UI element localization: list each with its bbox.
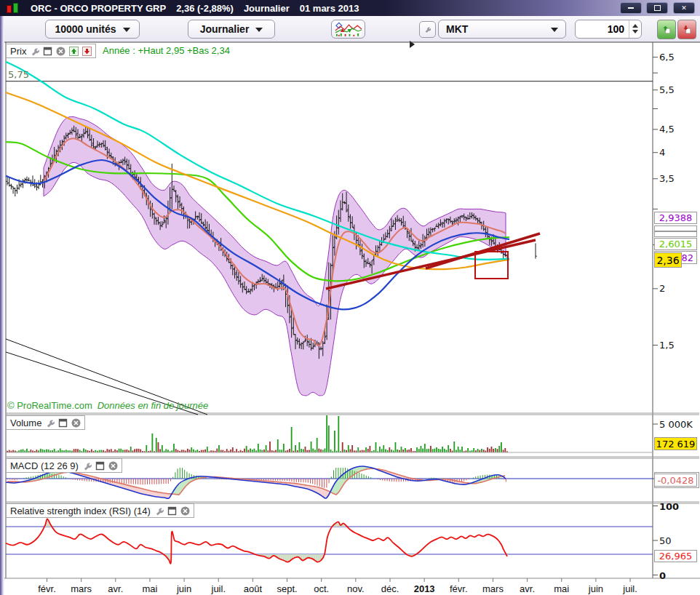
upper-band-price-tag: 2,9388	[654, 212, 697, 224]
data-delay-note: Données en fin de journée	[98, 400, 209, 411]
price-axis-label: 6,5	[659, 52, 675, 63]
restore-window-icon[interactable]	[167, 506, 177, 516]
price-panel-label: Prix	[10, 46, 26, 57]
price-axis-label: 3,5	[659, 173, 675, 184]
last-volume-tag: 172 619	[654, 437, 697, 450]
price-panel-header[interactable]: Prix	[6, 44, 96, 58]
rsi-panel-label: Relative strength index (RSI) (14)	[10, 506, 151, 516]
price-axis-label: 1,5	[659, 340, 675, 351]
rsi-axis-0: 0	[659, 570, 666, 581]
price-axis-label: 5,5	[659, 84, 675, 95]
wrench-icon[interactable]	[82, 461, 92, 471]
green-ma-price-tag: 2,6015	[654, 238, 697, 250]
rsi-panel-header[interactable]: Relative strength index (RSI) (14)	[6, 503, 194, 518]
move-panel-down-icon[interactable]	[82, 47, 92, 56]
price-axis-label: 4,5	[659, 124, 675, 135]
price-axis-label: 4	[659, 147, 665, 158]
volume-panel-label: Volume	[10, 418, 41, 428]
restore-window-icon[interactable]	[58, 418, 68, 428]
close-panel-icon[interactable]	[108, 461, 118, 471]
wrench-icon[interactable]	[30, 47, 39, 56]
close-panel-icon[interactable]	[71, 418, 81, 428]
copyright-note: © ProRealTime.comDonnées en fin de journ…	[7, 400, 208, 411]
hline-price-label: 5,75	[8, 69, 29, 80]
restore-window-icon[interactable]	[95, 461, 105, 471]
close-panel-icon[interactable]	[56, 47, 65, 56]
wrench-icon[interactable]	[154, 506, 164, 516]
stacked-price-tag	[654, 231, 697, 237]
wrench-icon[interactable]	[45, 418, 55, 428]
copyright-text: © ProRealTime.com	[7, 400, 92, 411]
year-highlow-stats: Année : +Haut 2,95 +Bas 2,34	[103, 45, 230, 56]
rsi-axis-50: 50	[659, 535, 672, 546]
app-window: ORC - ORCO PROPERTY GRP 2,36 (-2,88%) Jo…	[0, 0, 700, 595]
window-left-border	[0, 16, 4, 595]
macd-panel-label: MACD (12 26 9)	[10, 460, 79, 471]
macd-panel-header[interactable]: MACD (12 26 9)	[6, 458, 122, 473]
rsi-value-tag: 26,965	[654, 550, 697, 562]
price-axis-label: 2	[659, 283, 665, 294]
volume-axis-label: 5 000K	[659, 419, 693, 430]
restore-window-icon[interactable]	[43, 47, 52, 56]
move-panel-up-icon[interactable]	[69, 47, 79, 56]
close-panel-icon[interactable]	[180, 506, 190, 516]
macd-value-tag: -0,0428	[654, 474, 697, 487]
last-price-tag: 2,36	[654, 252, 682, 268]
rsi-axis-100: 100	[659, 501, 679, 512]
stacked-price-tag	[654, 225, 697, 231]
volume-panel-header[interactable]: Volume	[6, 415, 85, 430]
